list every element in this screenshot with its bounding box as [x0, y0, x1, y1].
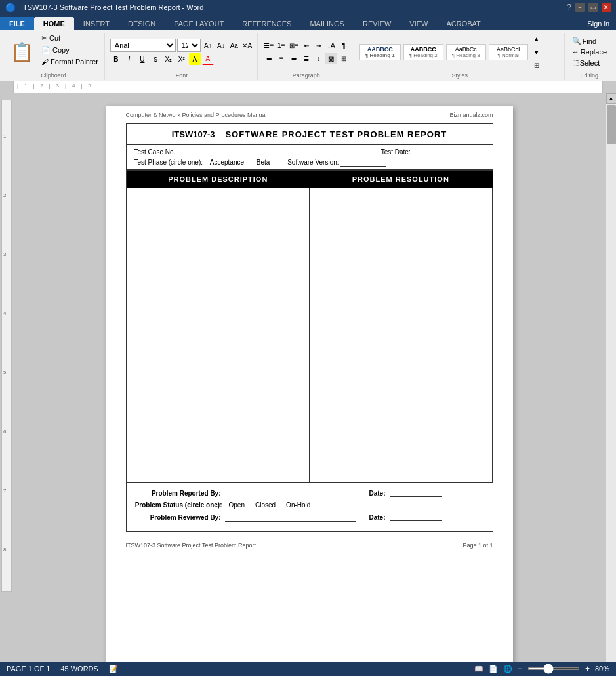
find-button[interactable]: 🔍 Find: [570, 36, 609, 46]
scroll-thumb[interactable]: [607, 105, 616, 144]
sort-button[interactable]: ↕A: [325, 39, 337, 51]
font-grow-button[interactable]: A↑: [202, 39, 214, 51]
paste-icon: 📋: [10, 41, 33, 63]
style-heading1[interactable]: AABBCC ¶ Heading 1: [359, 44, 401, 60]
align-center-button[interactable]: ≡: [276, 53, 287, 64]
view-read-icon[interactable]: 📖: [474, 665, 483, 673]
view-print-icon[interactable]: 📄: [489, 665, 498, 673]
view-web-icon[interactable]: 🌐: [503, 665, 512, 673]
copy-button[interactable]: 📄 Copy: [39, 45, 100, 56]
test-phase-row: Test Phase (circle one): Acceptance Beta…: [134, 159, 485, 167]
decrease-indent-button[interactable]: ⇤: [300, 39, 312, 51]
zoom-out-button[interactable]: −: [518, 664, 522, 673]
strikethrough-button[interactable]: S̶: [150, 53, 161, 65]
align-left-button[interactable]: ⬅: [263, 53, 275, 64]
problem-description-cell[interactable]: [127, 188, 310, 483]
signin-link[interactable]: Sign in: [581, 17, 616, 30]
style-heading2[interactable]: AABBCC ¶ Heading 2: [403, 44, 443, 60]
form-container: ITSW107-3 SOFTWARE PROJECT TEST PROBLEM …: [126, 123, 493, 532]
show-marks-button[interactable]: ¶: [338, 39, 350, 51]
test-case-field: Test Case No.: [134, 148, 243, 156]
change-case-button[interactable]: Aа: [228, 39, 240, 51]
tab-home[interactable]: HOME: [34, 17, 74, 30]
font-name-select[interactable]: Arial: [110, 39, 176, 52]
tab-design[interactable]: DESIGN: [119, 17, 165, 30]
replace-button[interactable]: ↔ Replace: [570, 47, 609, 56]
help-icon[interactable]: ?: [567, 3, 571, 12]
left-ruler: 1 2 3 4 5 6 7 8: [0, 93, 13, 676]
vertical-scrollbar[interactable]: ▲ ▼: [606, 93, 616, 676]
borders-button[interactable]: ⊞: [338, 53, 350, 64]
meta-left: Computer & Network Policies and Procedur…: [126, 112, 267, 118]
date-line-2: [390, 513, 442, 521]
underline-button[interactable]: U: [136, 53, 148, 65]
styles-scroll-down[interactable]: ▼: [531, 46, 543, 58]
ruler: | 1 | 2 | 3 | 4 | 5: [0, 81, 616, 93]
restore-button[interactable]: ▭: [588, 3, 598, 12]
tab-view[interactable]: VIEW: [400, 17, 437, 30]
form-id: ITSW107-3: [172, 129, 215, 139]
reported-by-line: [225, 488, 356, 497]
font-shrink-button[interactable]: A↓: [215, 39, 227, 51]
tab-file[interactable]: FILE: [0, 17, 34, 30]
select-button[interactable]: ⬚ Select: [570, 58, 609, 68]
increase-indent-button[interactable]: ⇥: [313, 39, 325, 51]
styles-more[interactable]: ⊞: [531, 59, 543, 71]
page-footer-left: ITSW107-3 Software Project Test Problem …: [126, 542, 256, 549]
problem-resolution-cell[interactable]: [310, 188, 493, 483]
reviewed-by-label: Problem Reviewed By:: [133, 514, 225, 521]
document-area: 1 2 3 4 5 6 7 8 Computer & Network Polic…: [0, 93, 616, 676]
problem-description-header: PROBLEM DESCRIPTION: [127, 171, 310, 188]
tab-insert[interactable]: INSERT: [74, 17, 119, 30]
cut-button[interactable]: ✂ Cut: [39, 33, 100, 44]
zoom-in-button[interactable]: +: [585, 664, 590, 673]
zoom-level: 80%: [595, 665, 609, 673]
style-heading3[interactable]: AaBbCc ¶ Heading 3: [446, 44, 486, 60]
italic-button[interactable]: I: [123, 53, 135, 65]
scroll-up-button[interactable]: ▲: [606, 93, 617, 104]
reviewed-by-line: [225, 513, 356, 522]
multilevel-list-button[interactable]: ⊞≡: [288, 39, 300, 51]
font-group: Arial 12 A↑ A↓ Aа ✕A B I U S̶ X₂ X²: [106, 33, 258, 80]
text-highlight-button[interactable]: A: [189, 53, 201, 65]
font-color-button[interactable]: A: [202, 53, 214, 65]
tab-mailings[interactable]: MAILINGS: [300, 17, 354, 30]
shading-button[interactable]: ▩: [325, 53, 337, 64]
page-indicator: PAGE 1 OF 1: [7, 665, 50, 673]
styles-scroll-up[interactable]: ▲: [531, 33, 543, 45]
page-footer-right: Page 1 of 1: [462, 542, 493, 549]
line-spacing-button[interactable]: ↕: [313, 53, 325, 64]
numbering-button[interactable]: 1≡: [276, 39, 287, 51]
clear-formatting-button[interactable]: ✕A: [241, 39, 253, 51]
style-normal[interactable]: AaBbCcI ¶ Normal: [489, 44, 528, 60]
clipboard-label: Clipboard: [7, 72, 100, 79]
format-painter-button[interactable]: 🖌 Format Painter: [39, 56, 100, 67]
document-content: Computer & Network Policies and Procedur…: [13, 93, 606, 676]
zoom-slider[interactable]: [527, 667, 580, 670]
status-closed: Closed: [255, 501, 276, 509]
meta-right: Bizmanualz.com: [449, 112, 493, 118]
paragraph-label: Paragraph: [263, 72, 350, 79]
status-onhold: On-Hold: [286, 501, 310, 509]
close-button[interactable]: ✕: [602, 3, 611, 12]
justify-button[interactable]: ≣: [300, 53, 312, 64]
tab-page-layout[interactable]: PAGE LAYOUT: [165, 17, 233, 30]
minimize-button[interactable]: −: [575, 3, 585, 12]
bold-button[interactable]: B: [110, 53, 122, 65]
replace-icon: ↔: [572, 48, 579, 56]
font-size-select[interactable]: 12: [177, 39, 201, 52]
subscript-button[interactable]: X₂: [163, 53, 175, 65]
reviewed-by-row: Problem Reviewed By: Date:: [133, 513, 486, 522]
ribbon-tabs: FILE HOME INSERT DESIGN PAGE LAYOUT REFE…: [0, 14, 616, 30]
date-label-2: Date:: [369, 514, 390, 521]
tab-review[interactable]: REVIEW: [354, 17, 400, 30]
superscript-button[interactable]: X²: [176, 53, 188, 65]
problem-resolution-header: PROBLEM RESOLUTION: [310, 171, 493, 188]
bullets-button[interactable]: ☰≡: [263, 39, 275, 51]
tab-references[interactable]: REFERENCES: [233, 17, 300, 30]
date-line-1: [390, 489, 442, 497]
title-bar: 🔵 ITSW107-3 Software Project Test Proble…: [0, 0, 616, 14]
align-right-button[interactable]: ➡: [288, 53, 300, 64]
paste-button[interactable]: 📋: [7, 33, 37, 71]
tab-acrobat[interactable]: ACROBAT: [437, 17, 489, 30]
